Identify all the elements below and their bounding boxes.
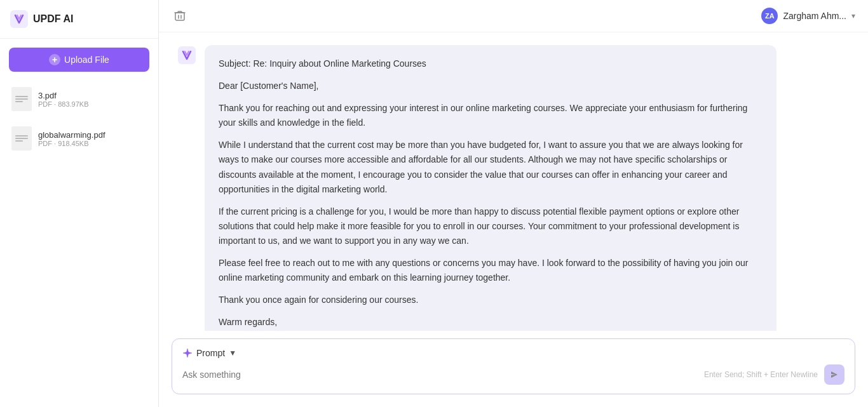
- main-header: ZA Zargham Ahm... ▾: [159, 0, 868, 32]
- file-meta-2: PDF · 918.45KB: [38, 140, 105, 147]
- message-p1: Dear [Customer's Name],: [219, 79, 763, 93]
- file-list: 3.pdf PDF · 883.97KB globalwarming.pdf P…: [0, 81, 158, 157]
- main-panel: ZA Zargham Ahm... ▾ Subject: Re: Inquiry…: [159, 0, 868, 407]
- user-avatar: ZA: [761, 8, 778, 24]
- chat-area: Subject: Re: Inquiry about Online Market…: [159, 32, 868, 331]
- input-area: Prompt ▼ Enter Send; Shift + Enter Newli…: [159, 331, 868, 407]
- ask-input[interactable]: [182, 370, 698, 380]
- input-hint: Enter Send; Shift + Enter Newline: [704, 370, 818, 379]
- user-area[interactable]: ZA Zargham Ahm... ▾: [761, 8, 855, 24]
- file-meta-1: PDF · 883.97KB: [38, 100, 89, 108]
- file-icon-1: [11, 87, 32, 111]
- ai-message: Subject: Re: Inquiry about Online Market…: [178, 45, 849, 331]
- send-icon: [830, 370, 839, 379]
- message-p4: If the current pricing is a challenge fo…: [219, 204, 763, 248]
- message-p2: Thank you for reaching out and expressin…: [219, 101, 763, 130]
- user-name: Zargham Ahm...: [783, 11, 846, 21]
- file-name-2: globalwarming.pdf: [38, 130, 105, 140]
- message-subject: Subject: Re: Inquiry about Online Market…: [219, 57, 763, 71]
- file-item-1[interactable]: 3.pdf PDF · 883.97KB: [5, 81, 153, 117]
- ai-avatar-icon: [178, 46, 196, 64]
- svg-rect-1: [175, 13, 184, 20]
- input-box: Prompt ▼ Enter Send; Shift + Enter Newli…: [172, 338, 855, 394]
- chevron-down-icon: ▾: [851, 11, 855, 20]
- file-name-1: 3.pdf: [38, 91, 89, 100]
- sidebar-header: UPDF AI: [0, 0, 158, 39]
- message-p5: Please feel free to reach out to me with…: [219, 256, 763, 285]
- message-p3: While I understand that the current cost…: [219, 138, 763, 196]
- sidebar: UPDF AI + Upload File 3.pdf PDF · 883.97…: [0, 0, 159, 407]
- message-p6: Thank you once again for considering our…: [219, 293, 763, 307]
- updf-logo: [10, 10, 28, 28]
- prompt-dropdown-button[interactable]: ▼: [229, 349, 236, 357]
- message-p7: Warm regards,: [219, 315, 763, 330]
- input-row: Enter Send; Shift + Enter Newline: [182, 364, 844, 385]
- sparkle-icon: [182, 348, 193, 358]
- upload-file-button[interactable]: + Upload File: [9, 48, 149, 72]
- message-content: Subject: Re: Inquiry about Online Market…: [205, 45, 776, 331]
- prompt-label[interactable]: Prompt: [196, 348, 225, 358]
- app-title: UPDF AI: [33, 13, 73, 25]
- delete-button[interactable]: [172, 8, 188, 24]
- send-button[interactable]: [824, 364, 844, 385]
- input-toolbar: Prompt ▼: [182, 348, 844, 358]
- trash-icon: [174, 10, 186, 22]
- file-item-2[interactable]: globalwarming.pdf PDF · 918.45KB: [5, 120, 153, 157]
- plus-icon: +: [49, 54, 60, 65]
- file-icon-2: [11, 126, 32, 150]
